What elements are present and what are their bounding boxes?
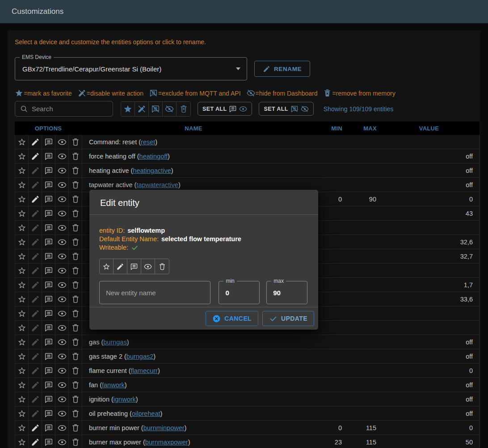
write-toggle[interactable]	[31, 395, 40, 404]
delete-toggle[interactable]	[71, 281, 80, 289]
entity-shortname-link[interactable]: fanwork	[102, 381, 125, 389]
mqtt-toggle[interactable]	[44, 195, 53, 204]
write-toggle[interactable]	[31, 366, 40, 375]
delete-toggle[interactable]	[71, 138, 80, 147]
entity-shortname-link[interactable]: burnmaxpower	[145, 439, 188, 446]
favorite-toggle[interactable]	[17, 180, 26, 189]
favorite-toggle[interactable]	[17, 309, 26, 318]
mqtt-toggle[interactable]	[44, 423, 53, 432]
write-toggle[interactable]	[31, 209, 40, 218]
visibility-toggle[interactable]	[58, 166, 67, 175]
entity-shortname-link[interactable]: ignwork	[114, 396, 136, 403]
filter-eye-crossed-toggle[interactable]	[163, 102, 177, 116]
delete-toggle[interactable]	[71, 438, 80, 447]
delete-toggle[interactable]	[71, 409, 80, 418]
filter-bubble-crossed-toggle[interactable]	[149, 102, 163, 116]
mqtt-toggle[interactable]	[44, 281, 53, 289]
write-toggle[interactable]	[31, 338, 40, 347]
dialog-trash-toggle[interactable]	[155, 259, 169, 274]
delete-toggle[interactable]	[71, 152, 80, 161]
mqtt-toggle[interactable]	[44, 381, 53, 389]
mqtt-toggle[interactable]	[44, 338, 53, 347]
favorite-toggle[interactable]	[17, 238, 26, 247]
favorite-toggle[interactable]	[17, 266, 26, 275]
delete-toggle[interactable]	[71, 352, 80, 361]
favorite-toggle[interactable]	[17, 223, 26, 232]
mqtt-toggle[interactable]	[44, 252, 53, 261]
visibility-toggle[interactable]	[58, 223, 67, 232]
mqtt-toggle[interactable]	[44, 295, 53, 304]
favorite-toggle[interactable]	[17, 323, 26, 332]
delete-toggle[interactable]	[71, 238, 80, 247]
visibility-toggle[interactable]	[58, 309, 67, 318]
write-toggle[interactable]	[31, 309, 40, 318]
write-toggle[interactable]	[31, 323, 40, 332]
cancel-button[interactable]: CANCEL	[206, 311, 258, 326]
dialog-eye-toggle[interactable]	[141, 259, 155, 274]
delete-toggle[interactable]	[71, 295, 80, 304]
mqtt-toggle[interactable]	[44, 152, 53, 161]
mqtt-toggle[interactable]	[44, 138, 53, 147]
write-toggle[interactable]	[31, 423, 40, 432]
mqtt-toggle[interactable]	[44, 238, 53, 247]
mqtt-toggle[interactable]	[44, 366, 53, 375]
mqtt-toggle[interactable]	[44, 209, 53, 218]
favorite-toggle[interactable]	[17, 281, 26, 289]
favorite-toggle[interactable]	[17, 152, 26, 161]
favorite-toggle[interactable]	[17, 209, 26, 218]
favorite-toggle[interactable]	[17, 423, 26, 432]
visibility-toggle[interactable]	[58, 438, 67, 447]
mqtt-toggle[interactable]	[44, 352, 53, 361]
delete-toggle[interactable]	[71, 338, 80, 347]
rename-button[interactable]: RENAME	[254, 61, 310, 77]
favorite-toggle[interactable]	[17, 166, 26, 175]
delete-toggle[interactable]	[71, 323, 80, 332]
dialog-pencil-toggle[interactable]	[114, 259, 127, 274]
favorite-toggle[interactable]	[17, 395, 26, 404]
set-all-button-1[interactable]: SET ALL	[198, 102, 252, 116]
favorite-toggle[interactable]	[17, 366, 26, 375]
delete-toggle[interactable]	[71, 309, 80, 318]
write-toggle[interactable]	[31, 295, 40, 304]
mqtt-toggle[interactable]	[44, 180, 53, 189]
favorite-toggle[interactable]	[17, 409, 26, 418]
mqtt-toggle[interactable]	[44, 409, 53, 418]
write-toggle[interactable]	[31, 281, 40, 289]
mqtt-toggle[interactable]	[44, 266, 53, 275]
delete-toggle[interactable]	[71, 381, 80, 389]
entity-shortname-link[interactable]: reset	[141, 138, 155, 146]
new-entity-name-input[interactable]	[100, 281, 210, 304]
mqtt-toggle[interactable]	[44, 223, 53, 232]
mqtt-toggle[interactable]	[44, 323, 53, 332]
max-input[interactable]	[267, 281, 307, 304]
visibility-toggle[interactable]	[58, 352, 67, 361]
dialog-star-toggle[interactable]	[100, 259, 114, 274]
entity-shortname-link[interactable]: tapwateractive	[136, 181, 178, 188]
delete-toggle[interactable]	[71, 252, 80, 261]
set-all-button-2[interactable]: SET ALL	[259, 102, 313, 116]
min-input[interactable]	[219, 281, 259, 304]
entity-shortname-link[interactable]: heatingoff	[139, 153, 168, 160]
delete-toggle[interactable]	[71, 166, 80, 175]
write-toggle[interactable]	[31, 352, 40, 361]
mqtt-toggle[interactable]	[44, 438, 53, 447]
visibility-toggle[interactable]	[58, 152, 67, 161]
write-toggle[interactable]	[31, 438, 40, 447]
visibility-toggle[interactable]	[58, 409, 67, 418]
write-toggle[interactable]	[31, 152, 40, 161]
write-toggle[interactable]	[31, 195, 40, 204]
visibility-toggle[interactable]	[58, 338, 67, 347]
delete-toggle[interactable]	[71, 423, 80, 432]
write-toggle[interactable]	[31, 223, 40, 232]
visibility-toggle[interactable]	[58, 252, 67, 261]
favorite-toggle[interactable]	[17, 438, 26, 447]
delete-toggle[interactable]	[71, 195, 80, 204]
visibility-toggle[interactable]	[58, 238, 67, 247]
visibility-toggle[interactable]	[58, 395, 67, 404]
write-toggle[interactable]	[31, 238, 40, 247]
dialog-bubble-toggle[interactable]	[127, 259, 141, 274]
update-button[interactable]: UPDATE	[262, 311, 314, 326]
write-toggle[interactable]	[31, 138, 40, 147]
mqtt-toggle[interactable]	[44, 395, 53, 404]
visibility-toggle[interactable]	[58, 138, 67, 147]
